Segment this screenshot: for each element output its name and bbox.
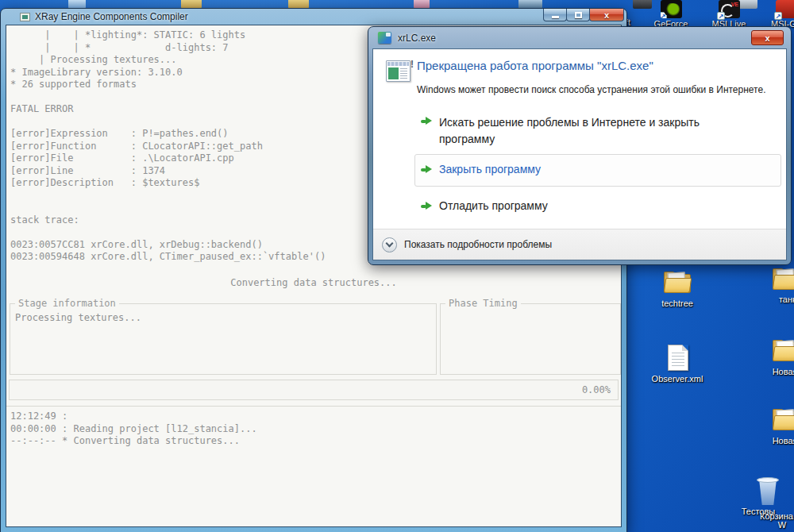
geforce-shortcut-icon[interactable]: ↗	[661, 0, 682, 18]
stage-information-group: Stage information Processing textures...	[10, 303, 437, 375]
err-icon-text-lines	[400, 68, 407, 79]
dialog-heading: Прекращена работа программы "xrLC.exe"	[417, 59, 653, 72]
green-command-arrow-icon	[421, 117, 433, 125]
err-icon-green-pane	[388, 67, 399, 79]
folder-front	[664, 278, 692, 293]
app-window-error-icon: !	[386, 60, 410, 82]
console-status-line: Converting data structures...	[6, 277, 621, 288]
desktop-icon-label-novaya-2[interactable]: Новая (2	[758, 367, 794, 376]
dialog-main-area: ! Прекращена работа программы "xrLC.exe"…	[373, 49, 786, 229]
dialog-subtext: Windows может провести поиск способа уст…	[417, 84, 765, 95]
maximize-button[interactable]	[566, 9, 590, 21]
folder-icon[interactable]	[773, 409, 794, 430]
console-titlebar[interactable]: XRay Engine Components Compiler x	[1, 9, 626, 25]
command-link-debug-program[interactable]: Отладить программу	[439, 199, 548, 212]
command-link-close-program[interactable]: Закрыть программу	[439, 163, 541, 175]
folder-front	[773, 346, 794, 361]
desktop-icon-label-novaya-3[interactable]: Новая (3	[758, 436, 794, 445]
desktop-icon-label-observer-xml[interactable]: Observer.xml	[646, 374, 709, 384]
folder-icon[interactable]	[773, 268, 794, 290]
chevron-down-icon	[386, 240, 394, 248]
dialog-window-title: xrLC.exe	[398, 33, 436, 44]
msi-live-shortcut-icon[interactable]: ↗	[719, 0, 740, 18]
console-log-bottom: 12:12:49 : 00:00:00 : Reading project [l…	[6, 406, 621, 448]
command-link-label: Закрыть программу	[439, 163, 541, 175]
window-controls: x	[544, 9, 624, 21]
recycle-rim	[757, 477, 779, 483]
folder-front	[773, 415, 794, 430]
msi-gaming-shortcut-icon[interactable]: ↗	[776, 0, 794, 18]
close-button[interactable]: x	[589, 9, 624, 21]
folder-icon[interactable]	[664, 272, 691, 293]
dialog-content: ! Прекращена работа программы "xrLC.exe"…	[372, 48, 787, 260]
green-command-arrow-icon	[421, 202, 433, 210]
console-app-icon	[20, 13, 30, 21]
console-window-title: XRay Engine Components Compiler	[35, 11, 188, 22]
progress-percent: 0.00%	[582, 384, 611, 395]
dialog-titlebar[interactable]: xrLC.exe x	[368, 27, 791, 48]
exclamation-icon: !	[410, 59, 414, 70]
minimize-icon	[552, 16, 559, 18]
phase-timing-group: Phase Timing	[440, 303, 621, 375]
xrlc-app-icon	[378, 32, 391, 44]
desktop-icon-label-techtree[interactable]: techtree	[646, 299, 709, 308]
close-button[interactable]: x	[751, 30, 784, 45]
command-link-search-online[interactable]: Искать решение проблемы в Интернете и за…	[439, 114, 741, 148]
partial-desktop-icon[interactable]	[633, 0, 652, 9]
progress-bar: 0.00%	[9, 380, 619, 400]
minimize-button[interactable]	[543, 9, 567, 21]
partial-desktop-icon[interactable]	[738, 0, 757, 9]
stage-group-content: Processing textures...	[15, 312, 141, 323]
command-link-label: Искать решение проблемы в Интернете и за…	[439, 116, 700, 145]
phase-group-label: Phase Timing	[445, 298, 521, 309]
maximize-icon	[575, 12, 582, 18]
page-lines	[672, 353, 684, 367]
recycle-cup	[757, 480, 778, 505]
folder-icon[interactable]	[773, 340, 794, 361]
green-command-arrow-icon	[421, 165, 433, 174]
show-details-label[interactable]: Показать подробности проблемы	[404, 239, 552, 250]
folder-front	[773, 275, 794, 290]
dialog-footer: Показать подробности проблемы	[373, 229, 786, 260]
console-log-output: | | *lighting*: STATIC: 6 lights | | * d…	[10, 29, 326, 264]
recycle-bin-icon[interactable]	[755, 476, 781, 507]
shortcut-arrow-icon: ↗	[661, 12, 667, 18]
show-details-expander[interactable]	[382, 237, 397, 253]
err-icon-titlebar	[387, 62, 409, 66]
page-fold	[682, 345, 688, 351]
command-link-label: Отладить программу	[439, 199, 548, 212]
stage-group-label: Stage information	[15, 298, 119, 309]
xml-page-icon[interactable]	[668, 345, 688, 371]
desktop-icon-label-tanki[interactable]: танки	[758, 295, 794, 304]
desktop-icon-label-w[interactable]: W	[750, 520, 794, 530]
crash-dialog-window: xrLC.exe x ! Прекращена работа программы…	[368, 26, 792, 265]
